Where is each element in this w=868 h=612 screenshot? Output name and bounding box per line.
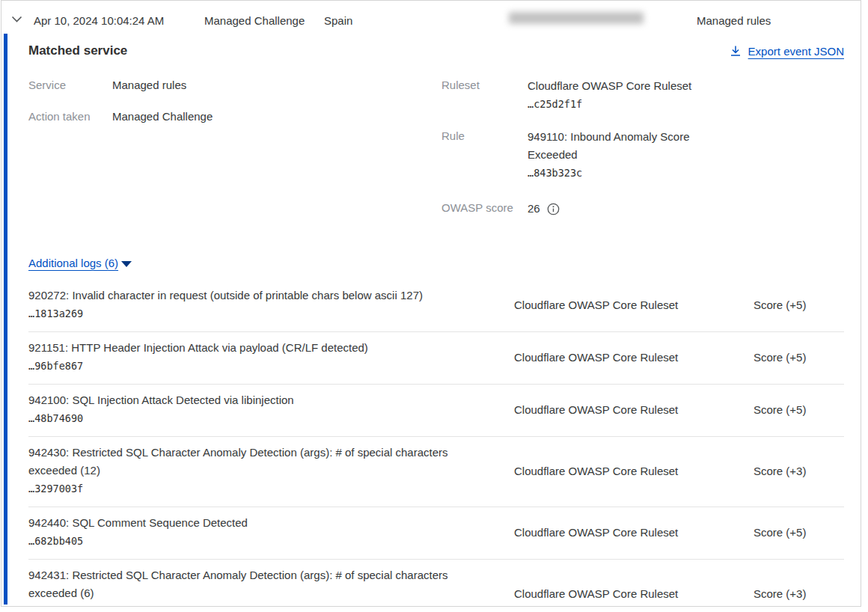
selection-accent-bar [4, 34, 7, 605]
log-row: 920272: Invalid character in request (ou… [28, 280, 844, 332]
rule-field: Rule 949110: Inbound Anomaly Score Excee… [441, 128, 844, 182]
log-rule-id: …48b74690 [28, 409, 469, 427]
log-ruleset: Cloudflare OWASP Core Ruleset [514, 287, 754, 322]
log-score: Score (+3) [754, 444, 844, 498]
log-rule-id: …682bb405 [28, 532, 469, 550]
log-description: 942100: SQL Injection Attack Detected vi… [28, 391, 469, 409]
additional-logs-label: Additional logs (6) [28, 257, 118, 269]
log-row: 921151: HTTP Header Injection Attack via… [28, 332, 844, 385]
log-score: Score (+5) [754, 287, 844, 322]
matched-service-details: Service Managed rules Action taken Manag… [28, 77, 844, 233]
export-event-json-link[interactable]: Export event JSON [730, 45, 844, 58]
additional-logs-toggle[interactable]: Additional logs (6) [28, 257, 132, 269]
chevron-down-icon[interactable] [11, 15, 23, 24]
log-description: 942430: Restricted SQL Character Anomaly… [28, 444, 469, 480]
log-description: 921151: HTTP Header Injection Attack via… [28, 339, 469, 357]
info-icon[interactable] [547, 203, 560, 215]
event-detail-panel: Matched service Export event JSON Servic… [1, 34, 861, 606]
ruleset-name: Cloudflare OWASP Core Ruleset [528, 77, 707, 95]
field-label: Action taken [28, 108, 112, 124]
log-rule-id: …96bfe867 [28, 357, 469, 375]
ruleset-id: …c25d2f1f [528, 95, 707, 113]
owasp-score-value: 26 [528, 200, 540, 218]
field-label: Rule [441, 128, 528, 182]
log-description: 942431: Restricted SQL Character Anomaly… [28, 566, 469, 602]
log-description: 942440: SQL Comment Sequence Detected [28, 514, 469, 532]
rule-name: 949110: Inbound Anomaly Score Exceeded [528, 128, 707, 164]
rule-id: …843b323c [528, 164, 707, 182]
log-rule-id: …3297003f [28, 480, 469, 498]
log-ruleset: Cloudflare OWASP Core Ruleset [514, 391, 754, 427]
ruleset-field: Ruleset Cloudflare OWASP Core Ruleset …c… [441, 77, 844, 113]
service-field: Service Managed rules [28, 77, 441, 93]
log-score: Score (+3) [754, 566, 844, 607]
log-ruleset: Cloudflare OWASP Core Ruleset [514, 444, 754, 498]
field-label: Service [28, 77, 112, 93]
log-rule-id: …1813a269 [28, 305, 469, 322]
caret-down-icon [121, 261, 132, 267]
export-event-json-label: Export event JSON [748, 45, 844, 58]
log-row: 942100: SQL Injection Attack Detected vi… [28, 385, 844, 437]
redacted-value [509, 12, 644, 24]
panel-title: Matched service [28, 43, 127, 58]
event-service: Managed rules [697, 14, 771, 27]
log-description: 920272: Invalid character in request (ou… [28, 287, 469, 305]
field-label: Ruleset [441, 77, 528, 113]
event-summary-row: Apr 10, 2024 10:04:24 AM Managed Challen… [1, 1, 861, 34]
log-score: Score (+5) [754, 391, 844, 427]
action-taken-field: Action taken Managed Challenge [28, 108, 441, 124]
field-value: Managed rules [112, 77, 186, 93]
log-ruleset: Cloudflare OWASP Core Ruleset [514, 339, 754, 375]
event-timestamp: Apr 10, 2024 10:04:24 AM [34, 14, 164, 27]
firewall-event-expanded-row: Apr 10, 2024 10:04:24 AM Managed Challen… [1, 0, 861, 607]
log-score: Score (+5) [754, 514, 844, 550]
log-ruleset: Cloudflare OWASP Core Ruleset [514, 566, 754, 607]
log-score: Score (+5) [754, 339, 844, 375]
field-label: OWASP score [441, 200, 528, 218]
download-icon [730, 45, 742, 57]
additional-logs-table: 920272: Invalid character in request (ou… [28, 280, 844, 607]
log-ruleset: Cloudflare OWASP Core Ruleset [514, 514, 754, 550]
log-row: 942430: Restricted SQL Character Anomaly… [28, 437, 844, 507]
owasp-score-field: OWASP score 26 [441, 200, 844, 218]
log-row: 942440: SQL Comment Sequence Detected …6… [28, 507, 844, 560]
log-row: 942431: Restricted SQL Character Anomaly… [28, 560, 844, 607]
log-rule-id: …e5f94216 [28, 602, 469, 607]
event-country: Spain [324, 14, 352, 27]
field-value: Managed Challenge [112, 108, 213, 124]
event-action: Managed Challenge [204, 14, 305, 27]
